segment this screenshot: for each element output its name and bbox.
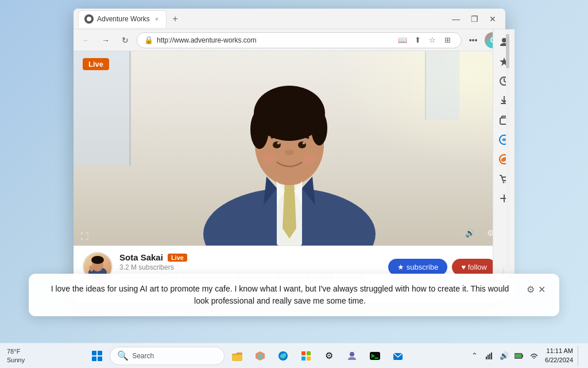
live-badge: Live: [83, 58, 109, 70]
sidebar-shopping-icon[interactable]: [495, 170, 513, 188]
search-placeholder: Search: [132, 352, 154, 360]
fullscreen-button[interactable]: ⛶: [80, 232, 88, 241]
svg-rect-40: [374, 358, 378, 359]
desktop: Adventure Works × + — ❐ ✕ ← → ↻ 🔒 http:/…: [0, 0, 588, 368]
browser-scrolltrack: [506, 29, 509, 294]
url-actions: 📖 ⬆ ☆ ⊞: [396, 33, 454, 47]
svg-point-7: [250, 110, 269, 149]
channel-name-row: Sota Sakai Live: [119, 252, 381, 262]
browser-scroll-thumb-track[interactable]: [506, 34, 509, 68]
taskbar-right: ⌃ 🔊 11:11 AM 6/22/2024: [468, 346, 581, 366]
sidebar-favorites-icon[interactable]: [495, 52, 513, 71]
sidebar-add-icon[interactable]: [495, 189, 513, 208]
win-sq-2: [98, 351, 102, 355]
taskbar-app-terminal[interactable]: [365, 346, 385, 366]
subscribe-button[interactable]: ★ subscribe: [388, 259, 447, 275]
svg-rect-45: [491, 352, 492, 359]
person-container: [74, 51, 505, 246]
volume-button[interactable]: 🔊: [462, 225, 478, 241]
svg-point-13: [285, 150, 294, 155]
windows-logo: [92, 351, 102, 361]
browser-tab[interactable]: Adventure Works ×: [78, 10, 167, 28]
tray-up-arrow[interactable]: ⌃: [468, 350, 481, 362]
svg-point-0: [87, 17, 91, 21]
svg-point-12: [303, 142, 305, 144]
restore-button[interactable]: ❐: [466, 11, 482, 27]
tray-wifi[interactable]: [528, 350, 540, 362]
video-area: Live ⛶ 🔊 ⚙: [74, 51, 505, 246]
svg-rect-44: [489, 354, 490, 359]
chat-gear-icon[interactable]: ⚙: [527, 283, 535, 297]
svg-rect-36: [301, 356, 305, 361]
follow-button[interactable]: ♥ follow: [452, 259, 496, 275]
taskbar-app-teams[interactable]: [342, 346, 362, 366]
sidebar-downloads-icon[interactable]: [495, 91, 513, 110]
tab-close-button[interactable]: ×: [153, 15, 160, 23]
show-desktop-button[interactable]: [578, 346, 581, 366]
taskbar-search[interactable]: 🔍 Search: [110, 347, 225, 365]
taskbar-left: 78°F Sunny: [7, 347, 27, 364]
minimize-button[interactable]: —: [448, 11, 464, 27]
svg-rect-34: [301, 351, 305, 355]
lock-icon: 🔒: [144, 36, 153, 44]
more-options-button[interactable]: •••: [465, 32, 481, 48]
channel-live-tag: Live: [168, 254, 187, 262]
svg-rect-42: [486, 356, 487, 359]
taskbar-app-settings[interactable]: ⚙: [319, 346, 339, 366]
tray-battery[interactable]: [513, 350, 525, 362]
favorites-button[interactable]: ☆: [425, 33, 439, 47]
sidebar-copilot-icon[interactable]: [495, 131, 513, 149]
sidebar-profile-icon[interactable]: [495, 33, 513, 51]
share-button[interactable]: ⬆: [411, 33, 424, 47]
svg-point-22: [91, 256, 104, 264]
taskbar-center: 🔍 Search ⚙: [27, 346, 468, 366]
svg-marker-3: [283, 179, 296, 239]
sidebar-collections-icon[interactable]: [495, 111, 513, 129]
tab-area: Adventure Works × +: [78, 10, 446, 28]
svg-point-38: [350, 352, 354, 356]
taskbar-app-store[interactable]: [296, 346, 316, 366]
browser-window: Adventure Works × + — ❐ ✕ ← → ↻ 🔒 http:/…: [74, 9, 505, 302]
svg-point-14: [262, 154, 276, 163]
taskbar-app-file-explorer[interactable]: [227, 346, 247, 366]
edge-sidebar: [493, 29, 514, 294]
new-tab-button[interactable]: +: [168, 12, 183, 26]
person-figure: [175, 56, 404, 246]
channel-actions: ★ subscribe ♥ follow: [388, 259, 496, 275]
taskbar-weather: 78°F Sunny: [7, 347, 25, 364]
channel-name: Sota Sakai: [119, 252, 163, 262]
chat-text: I love the ideas for using AI art to pro…: [42, 283, 517, 307]
svg-rect-37: [307, 356, 311, 361]
svg-rect-48: [515, 354, 521, 358]
svg-point-8: [311, 111, 327, 145]
url-text: http://www.adventure-works.com: [157, 36, 392, 44]
tray-volume[interactable]: 🔊: [498, 350, 510, 362]
chat-close-icon[interactable]: ✕: [538, 283, 546, 297]
taskbar-clock[interactable]: 11:11 AM 6/22/2024: [543, 347, 575, 365]
start-button[interactable]: [87, 346, 107, 366]
refresh-button[interactable]: ↻: [117, 32, 133, 48]
browser-app-button[interactable]: ⊞: [440, 33, 454, 47]
chat-bubble: I love the ideas for using AI art to pro…: [29, 274, 559, 316]
forward-button[interactable]: →: [98, 32, 114, 48]
svg-point-11: [277, 142, 280, 144]
taskbar-app-edge[interactable]: [273, 346, 293, 366]
reader-mode-button[interactable]: 📖: [396, 33, 409, 47]
url-bar[interactable]: 🔒 http://www.adventure-works.com 📖 ⬆ ☆ ⊞: [137, 32, 462, 48]
sidebar-history-icon[interactable]: [495, 72, 513, 90]
win-sq-3: [92, 356, 96, 361]
back-button[interactable]: ←: [78, 32, 94, 48]
svg-rect-35: [307, 351, 311, 355]
tab-favicon: [84, 14, 94, 24]
clock-date: 6/22/2024: [545, 356, 573, 365]
tab-title: Adventure Works: [97, 15, 150, 23]
sidebar-edge-icon[interactable]: [495, 150, 513, 168]
close-button[interactable]: ✕: [485, 11, 501, 27]
tray-network[interactable]: [483, 350, 496, 362]
taskbar-app-copilot[interactable]: [250, 346, 270, 366]
taskbar-app-mail[interactable]: [388, 346, 408, 366]
weather-temp: 78°F: [7, 347, 25, 355]
taskbar: 78°F Sunny 🔍 Search: [0, 343, 588, 368]
win-sq-4: [98, 356, 102, 361]
svg-rect-43: [488, 355, 489, 359]
